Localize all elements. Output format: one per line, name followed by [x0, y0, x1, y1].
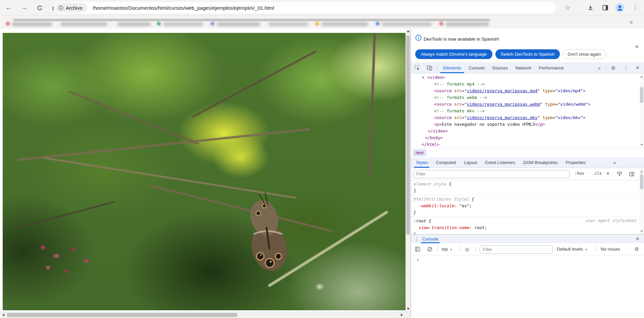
side-panel-icon[interactable]: [600, 3, 610, 12]
switch-to-spanish-button[interactable]: Switch DevTools to Spanish: [495, 49, 560, 59]
expand-arrow-icon[interactable]: ▼: [422, 74, 427, 81]
bookmark-item[interactable]: [268, 22, 309, 26]
devtools-menu-icon[interactable]: ⋮: [623, 65, 629, 71]
reload-icon[interactable]: [35, 3, 44, 12]
devtools-close-icon[interactable]: ×: [636, 65, 639, 70]
page-vertical-scrollbar[interactable]: [406, 29, 411, 312]
bookmark-favicon[interactable]: [315, 22, 319, 25]
profile-avatar[interactable]: [615, 3, 625, 12]
elements-scrollbar[interactable]: [639, 74, 644, 148]
dom-tree-node[interactable]: </body>: [411, 135, 644, 141]
code-token-link[interactable]: videos/reserva_mariposas.mkv: [467, 115, 538, 120]
log-levels-selector[interactable]: Default levels▼: [557, 247, 588, 252]
styles-scrollbar[interactable]: [639, 169, 644, 234]
styles-tab-properties[interactable]: Properties: [566, 157, 586, 168]
dom-tree-node[interactable]: <source src="videos/reserva_mariposas.mk…: [411, 114, 644, 121]
bookmark-favicon[interactable]: [376, 22, 379, 25]
context-selector[interactable]: top▼: [442, 247, 452, 252]
scroll-down-button[interactable]: [406, 306, 411, 312]
bookmark-favicon[interactable]: [211, 22, 214, 25]
code-token-link[interactable]: videos/reserva_mariposas.webm: [467, 102, 540, 107]
bookmark-item[interactable]: [382, 22, 432, 26]
bookmark-favicon[interactable]: [6, 22, 10, 25]
bookmark-star-icon[interactable]: ☆: [563, 3, 572, 12]
elements-tree[interactable]: ▼<video><!-- formato mp4 --><source src=…: [411, 73, 644, 148]
dont-show-again-button[interactable]: Don't show again: [562, 49, 606, 59]
dom-tree-node[interactable]: <source src="videos/reserva_mariposas.we…: [411, 101, 644, 108]
devtools-tab-network[interactable]: Network: [512, 62, 535, 73]
console-sidebar-icon[interactable]: [414, 246, 421, 252]
butterfly-video[interactable]: [3, 33, 406, 310]
forward-icon[interactable]: →: [19, 3, 29, 12]
style-property[interactable]: view-transition-name: root;: [414, 224, 644, 231]
style-property[interactable]: -webkit-locale: "es";: [414, 203, 644, 209]
style-rule[interactable]: :root {user agent stylesheetview-transit…: [411, 217, 644, 234]
style-rule[interactable]: html[Attributes Style] {-webkit-locale: …: [411, 195, 644, 217]
dom-tree-node[interactable]: <!-- formato mp4 -->: [411, 81, 644, 88]
page-horizontal-scrollbar[interactable]: [0, 312, 411, 318]
rendering-emulation-icon[interactable]: [616, 171, 623, 177]
bookmark-item[interactable]: [445, 22, 489, 26]
styles-sidebar-toggle-icon[interactable]: [628, 171, 635, 177]
toggle-hover-button[interactable]: :hov: [575, 171, 584, 176]
inspect-element-icon[interactable]: [414, 65, 421, 71]
match-language-button[interactable]: Always match Chrome's language: [415, 49, 492, 59]
bookmark-item[interactable]: [117, 22, 151, 26]
scroll-right-button[interactable]: [399, 312, 405, 318]
bookmark-item[interactable]: [12, 22, 52, 26]
dom-tree-node[interactable]: <source src="videos/reserva_mariposas.mp…: [411, 88, 644, 94]
drawer-menu-icon[interactable]: ⋮: [414, 236, 420, 242]
styles-tab-computed[interactable]: Computed: [436, 157, 456, 168]
devtools-settings-icon[interactable]: ⚙: [610, 65, 616, 71]
code-token-link[interactable]: videos/reserva_mariposas.mp4: [467, 88, 538, 93]
styles-filter-input[interactable]: [413, 170, 570, 178]
bookmarks-overflow-icon[interactable]: »: [627, 17, 636, 27]
chrome-menu-icon[interactable]: ⋮: [631, 3, 640, 12]
console-settings-icon[interactable]: ⚙: [634, 246, 640, 252]
scroll-left-button[interactable]: [1, 312, 6, 318]
style-rule[interactable]: element.style {}: [411, 180, 644, 195]
more-style-tabs-icon[interactable]: »: [611, 159, 618, 166]
breadcrumb-item-html[interactable]: html: [413, 149, 426, 156]
bookmark-favicon[interactable]: [157, 22, 161, 25]
dom-tree-node[interactable]: </html>: [411, 141, 644, 148]
scroll-up-button[interactable]: [406, 29, 411, 34]
dom-tree-node[interactable]: <!-- formato mkv -->: [411, 108, 644, 114]
issues-counter[interactable]: No Issues: [601, 247, 620, 252]
more-tabs-icon[interactable]: »: [596, 65, 602, 71]
styles-tab-event-listeners[interactable]: Event Listeners: [485, 157, 515, 168]
vertical-scroll-thumb[interactable]: [406, 35, 410, 235]
devtools-tab-console[interactable]: Console: [465, 62, 488, 73]
bookmark-item[interactable]: [163, 22, 203, 26]
console-prompt-icon[interactable]: ›: [417, 257, 419, 262]
device-toolbar-icon[interactable]: [426, 65, 433, 71]
bookmark-item[interactable]: [321, 22, 368, 26]
dom-tree-node[interactable]: <!-- formato webm -->: [411, 94, 644, 101]
live-expression-eye-icon[interactable]: ◎: [464, 246, 470, 252]
back-icon[interactable]: ←: [4, 3, 13, 12]
dom-tree-node[interactable]: <p>Este navegador no soporta video HTML5…: [411, 121, 644, 128]
bookmark-item[interactable]: [217, 22, 260, 26]
dom-tree-node[interactable]: ▼<video>: [411, 74, 644, 81]
styles-tab-styles[interactable]: Styles: [416, 157, 428, 168]
console-close-icon[interactable]: ×: [636, 236, 639, 242]
console-drawer-tab[interactable]: Console: [422, 234, 438, 243]
clear-console-icon[interactable]: [426, 246, 433, 252]
dom-tree-node[interactable]: </video>: [411, 128, 644, 135]
styles-tab-dom-breakpoints[interactable]: DOM Breakpoints: [523, 157, 558, 168]
horizontal-scroll-thumb[interactable]: [7, 313, 237, 317]
address-bar[interactable]: Archivo /home/msantos/Documentos/html/cu…: [54, 2, 556, 13]
bookmark-favicon[interactable]: [439, 22, 443, 25]
devtools-tab-sources[interactable]: Sources: [488, 62, 512, 73]
toggle-class-button[interactable]: .cls: [592, 171, 602, 176]
site-settings-chip[interactable]: Archivo: [55, 3, 87, 12]
devtools-tab-elements[interactable]: Elements: [439, 62, 465, 73]
styles-tab-layout[interactable]: Layout: [464, 157, 477, 168]
styles-pane[interactable]: element.style {}html[Attributes Style] {…: [411, 180, 644, 234]
devtools-tab-performance[interactable]: Performance: [535, 62, 567, 73]
downloads-icon[interactable]: [586, 3, 595, 12]
bookmark-item[interactable]: [60, 22, 107, 26]
elements-scroll-thumb[interactable]: [640, 87, 643, 103]
new-style-rule-button[interactable]: +: [606, 170, 609, 176]
console-filter-input[interactable]: [480, 246, 553, 254]
